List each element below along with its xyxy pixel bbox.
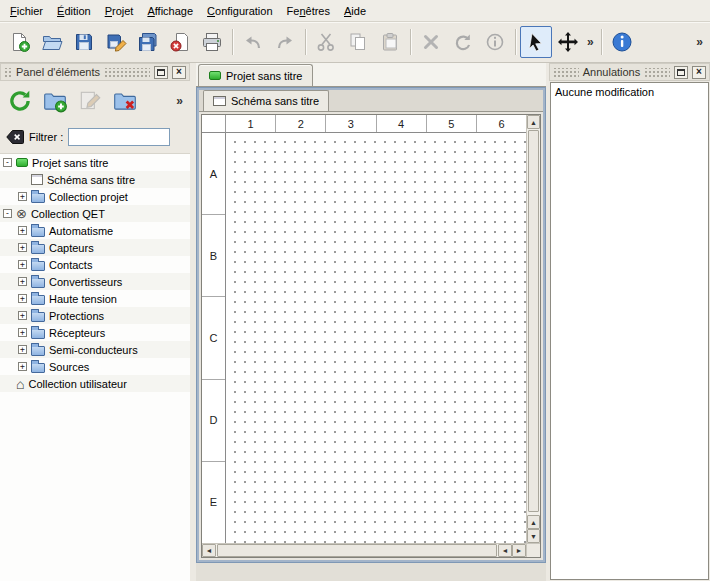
column-label: 4 [377, 115, 427, 132]
menu-aide[interactable]: Aide [337, 0, 373, 21]
toolbar-separator [515, 29, 516, 55]
edit-element-button [74, 85, 106, 117]
save-button[interactable] [68, 26, 100, 58]
tree-item-label: Projet sans titre [32, 157, 108, 169]
menu-edition[interactable]: Édition [50, 0, 98, 21]
folder-icon [31, 329, 45, 339]
close-document-icon [169, 31, 191, 53]
tree-item-recepteurs[interactable]: +Récepteurs [0, 324, 190, 341]
horizontal-scrollbar-thumb[interactable] [217, 544, 497, 557]
tree-item-collection-utilisateur[interactable]: ⌂Collection utilisateur [0, 375, 190, 392]
menu-affichage[interactable]: Affichage [140, 0, 200, 21]
close-file-button[interactable] [164, 26, 196, 58]
expand-icon[interactable]: + [18, 226, 27, 235]
tab-project[interactable]: Projet sans titre [198, 64, 313, 86]
menu-fichier[interactable]: Fichier [3, 0, 50, 21]
tree-item-protections[interactable]: +Protections [0, 307, 190, 324]
schema-canvas[interactable] [226, 133, 526, 543]
copy-button [342, 26, 374, 58]
expand-icon[interactable]: + [18, 311, 27, 320]
tree-item-projet-sans-titre[interactable]: -Projet sans titre [0, 154, 190, 171]
tree-item-collection-projet[interactable]: +Collection projet [0, 188, 190, 205]
undo-panel-titlebar[interactable]: Annulations × [549, 63, 710, 81]
float-panel-button[interactable] [674, 66, 688, 79]
scroll-up-button[interactable]: ▲ [527, 515, 540, 529]
panel-toolbar-extension-chevron[interactable]: » [173, 94, 186, 108]
paste-icon [379, 31, 401, 53]
expand-icon[interactable]: + [18, 328, 27, 337]
info-circle-icon [484, 31, 506, 53]
scroll-left-button[interactable]: ◄ [498, 544, 512, 557]
expand-icon[interactable]: + [18, 243, 27, 252]
vertical-scrollbar[interactable]: ▲ ▲ ▼ [526, 115, 540, 543]
row-label: E [202, 462, 225, 543]
tree-item-contacts[interactable]: +Contacts [0, 256, 190, 273]
row-ruler: ABCDE [202, 133, 226, 543]
tree-item-capteurs[interactable]: +Capteurs [0, 239, 190, 256]
vertical-scrollbar-thumb[interactable] [528, 130, 539, 512]
tree-item-haute-tension[interactable]: +Haute tension [0, 290, 190, 307]
tree-item-automatisme[interactable]: +Automatisme [0, 222, 190, 239]
clear-filter-button[interactable] [6, 130, 24, 144]
tree-item-convertisseurs[interactable]: +Convertisseurs [0, 273, 190, 290]
undo-icon [242, 31, 264, 53]
tree-item-sources[interactable]: +Sources [0, 358, 190, 375]
menu-fenetres[interactable]: Fenêtres [280, 0, 337, 21]
tree-item-label: Sources [49, 361, 89, 373]
open-project-button[interactable] [36, 26, 68, 58]
schema-tabbar: Schéma sans titre [199, 90, 543, 112]
expand-icon[interactable]: + [18, 260, 27, 269]
horizontal-scrollbar[interactable]: ◄ ◄ ► [202, 543, 526, 557]
toolbar-extension-chevron[interactable]: » [693, 35, 706, 49]
main-toolbar: » » [0, 22, 710, 63]
tree-item-collection-qet[interactable]: -⊗Collection QET [0, 205, 190, 222]
new-project-button[interactable] [4, 26, 36, 58]
undo-history-list[interactable]: Aucune modification [550, 82, 709, 580]
delete-icon [420, 31, 442, 53]
scroll-up-button[interactable]: ▲ [527, 115, 540, 129]
project-icon [16, 158, 28, 167]
scroll-right-button[interactable]: ► [512, 544, 526, 557]
collapse-icon[interactable]: - [3, 209, 12, 218]
close-panel-button[interactable]: × [692, 66, 706, 79]
about-button[interactable] [606, 26, 638, 58]
tab-schema[interactable]: Schéma sans titre [203, 90, 329, 111]
menu-configuration[interactable]: Configuration [200, 0, 279, 21]
tree-item-label: Haute tension [49, 293, 117, 305]
save-as-icon [105, 31, 127, 53]
toolbar-extension-chevron[interactable]: » [584, 35, 597, 49]
row-label: D [202, 380, 225, 462]
expand-icon[interactable]: + [18, 294, 27, 303]
float-panel-button[interactable] [154, 66, 168, 79]
pan-mode-button[interactable] [552, 26, 584, 58]
elements-panel-title: Panel d'éléments [16, 66, 100, 78]
expand-icon[interactable]: + [18, 277, 27, 286]
close-panel-button[interactable]: × [172, 66, 186, 79]
new-element-button[interactable] [39, 85, 71, 117]
menu-projet[interactable]: Projet [98, 0, 141, 21]
scroll-left-button[interactable]: ◄ [202, 544, 216, 557]
expand-icon[interactable]: + [18, 362, 27, 371]
folder-icon [31, 278, 45, 288]
application-window: FichierÉditionProjetAffichageConfigurati… [0, 0, 710, 581]
collapse-icon[interactable]: - [3, 158, 12, 167]
save-as-button[interactable] [100, 26, 132, 58]
filter-input[interactable] [68, 128, 170, 146]
folder-icon [31, 227, 45, 237]
scroll-down-button[interactable]: ▼ [527, 529, 540, 543]
save-all-button[interactable] [132, 26, 164, 58]
selection-mode-button[interactable] [520, 26, 552, 58]
tree-item-schema-sans-titre[interactable]: Schéma sans titre [0, 171, 190, 188]
reload-collections-button[interactable] [4, 85, 36, 117]
tree-item-label: Schéma sans titre [47, 174, 135, 186]
column-label: 2 [276, 115, 326, 132]
expand-icon[interactable]: + [18, 192, 27, 201]
column-label: 1 [226, 115, 276, 132]
elements-panel: Panel d'éléments × » Filtrer : -Projet s… [0, 63, 190, 581]
print-button[interactable] [196, 26, 228, 58]
tree-item-label: Semi-conducteurs [49, 344, 138, 356]
tree-item-semi-conducteurs[interactable]: +Semi-conducteurs [0, 341, 190, 358]
delete-element-button[interactable] [109, 85, 141, 117]
expand-icon[interactable]: + [18, 345, 27, 354]
elements-panel-titlebar[interactable]: Panel d'éléments × [0, 63, 190, 81]
